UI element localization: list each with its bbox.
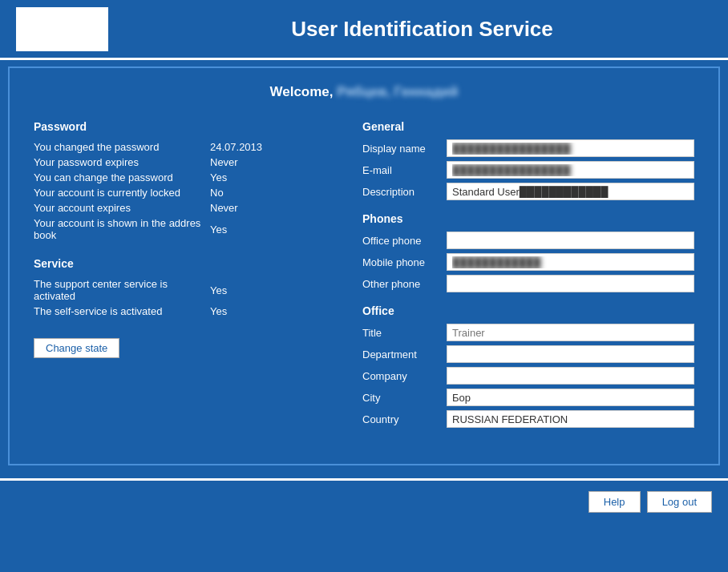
table-row: The self-service is activated Yes [34,304,330,319]
logout-button[interactable]: Log out [647,491,712,513]
display-name-row: Display name [362,139,694,157]
table-row: Your account is currently locked No [34,185,330,200]
row-label: The self-service is activated [34,304,210,319]
password-heading: Password [34,120,330,133]
email-label: E-mail [362,164,447,176]
right-column: General Display name E-mail Description [362,120,694,440]
description-label: Description [362,186,447,198]
welcome-message: Welcome, Рябцев, Геннадий [34,84,694,100]
welcome-label: Welcome, [269,84,333,99]
main-wrapper: Welcome, Рябцев, Геннадий Password You c… [0,60,728,472]
city-label: City [362,392,447,404]
content-columns: Password You changed the password 24.07.… [34,120,694,440]
row-label: Your account is currently locked [34,185,210,200]
help-button[interactable]: Help [588,491,641,513]
main-card: Welcome, Рябцев, Геннадий Password You c… [8,66,720,465]
email-row: E-mail [362,161,694,179]
office-section: Office Title Department Company City [362,304,694,428]
city-row: City [362,389,694,406]
logo [16,7,108,51]
row-value: Never [210,155,330,170]
company-row: Company [362,367,694,385]
city-input[interactable] [447,389,694,406]
row-label: Your account expires [34,200,210,216]
table-row: You can change the password Yes [34,170,330,185]
left-column: Password You changed the password 24.07.… [34,120,330,440]
row-value: Yes [210,170,330,185]
company-label: Company [362,370,447,382]
description-row: Description [362,183,694,200]
title-label: Title [362,327,447,339]
description-input[interactable] [447,183,694,200]
row-label: Your password expires [34,155,210,170]
table-row: Your password expires Never [34,155,330,170]
row-value: Yes [210,216,330,243]
welcome-name: Рябцев, Геннадий [337,84,458,99]
mobile-phone-row: Mobile phone [362,253,694,271]
office-phone-input[interactable] [447,232,694,249]
department-label: Department [362,348,447,361]
company-input[interactable] [447,367,694,385]
row-value: 24.07.2013 [210,139,330,155]
department-row: Department [362,345,694,363]
country-label: Country [362,413,447,425]
service-table: The support center service is activated … [34,276,330,319]
title-input[interactable] [447,324,694,341]
department-input[interactable] [447,345,694,363]
row-value: No [210,185,330,200]
office-phone-label: Office phone [362,235,447,247]
page-title: User Identification Service [132,17,712,42]
row-value: Never [210,200,330,216]
title-row: Title [362,324,694,341]
country-input[interactable] [447,410,694,428]
office-phone-row: Office phone [362,232,694,249]
change-state-button[interactable]: Change state [34,338,119,358]
table-row: Your account expires Never [34,200,330,216]
office-heading: Office [362,304,694,317]
table-row: The support center service is activated … [34,276,330,304]
general-heading: General [362,120,694,133]
row-label: You can change the password [34,170,210,185]
service-heading: Service [34,257,330,270]
table-row: You changed the password 24.07.2013 [34,139,330,155]
row-label: Your account is shown in the addres book [34,216,210,243]
other-phone-input[interactable] [447,275,694,292]
other-phone-row: Other phone [362,275,694,292]
phones-heading: Phones [362,212,694,225]
general-section: General Display name E-mail Description [362,120,694,200]
row-value: Yes [210,304,330,319]
country-row: Country [362,410,694,428]
row-value: Yes [210,276,330,304]
footer: Help Log out [0,478,728,522]
email-input[interactable] [447,161,694,179]
row-label: You changed the password [34,139,210,155]
display-name-input[interactable] [447,139,694,157]
mobile-phone-label: Mobile phone [362,256,447,268]
header: User Identification Service [0,0,728,60]
other-phone-label: Other phone [362,278,447,290]
row-label: The support center service is activated [34,276,210,304]
table-row: Your account is shown in the addres book… [34,216,330,243]
mobile-phone-input[interactable] [447,253,694,271]
display-name-label: Display name [362,143,447,155]
phones-section: Phones Office phone Mobile phone Other p… [362,212,694,292]
password-table: You changed the password 24.07.2013 Your… [34,139,330,243]
